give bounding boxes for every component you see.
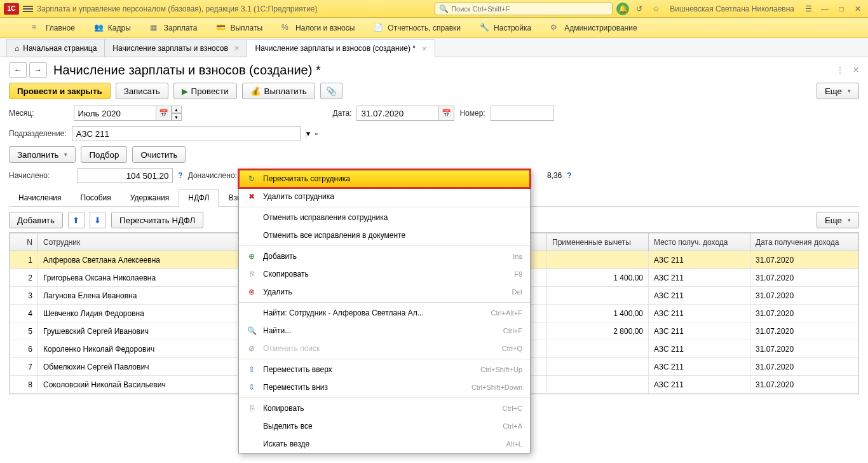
accrued-label: Начислено: — [9, 171, 50, 180]
menu-item[interactable]: ⎘ Копировать Ctrl+C — [239, 399, 530, 417]
nav-icon: ⚙ — [550, 23, 560, 33]
menu-item[interactable]: Выделить все Ctrl+A — [239, 417, 530, 435]
inner-tab-Пособия[interactable]: Пособия — [71, 189, 121, 207]
grid-more-button[interactable]: Еще — [817, 212, 859, 228]
menu-item: ⊘ Отменить поиск Ctrl+Q — [239, 340, 530, 357]
tab-close-icon[interactable]: × — [234, 43, 240, 53]
document-tab[interactable]: Начисление зарплаты и взносов× — [104, 39, 247, 57]
menu-item-shortcut: Ctrl+Shift+Down — [471, 384, 522, 391]
fill-button[interactable]: Заполнить — [9, 146, 76, 163]
maximize-icon[interactable]: □ — [835, 3, 848, 15]
favorites-icon[interactable]: ☆ — [649, 3, 662, 15]
menu-item-icon — [247, 230, 257, 240]
menu-item[interactable]: Отменить исправления сотрудника — [239, 209, 530, 226]
current-user[interactable]: Вишневская Светлана Николаевна — [666, 4, 798, 13]
notifications-icon[interactable]: 🔔 — [616, 3, 629, 15]
menu-item-label: Отменить поиск — [263, 344, 496, 353]
menu-item[interactable]: ⇩ Переместить вниз Ctrl+Shift+Down — [239, 378, 530, 396]
menu-item[interactable]: Искать везде Alt+L — [239, 435, 530, 453]
dept-dropdown-icon[interactable]: ▾ — [306, 129, 310, 138]
pay-button[interactable]: 💰Выплатить — [242, 83, 315, 99]
dept-input[interactable] — [72, 126, 301, 141]
number-label: Номер: — [459, 109, 485, 118]
clear-button[interactable]: Очистить — [132, 146, 186, 163]
nav-item-Главное[interactable]: ≡Главное — [32, 23, 75, 33]
menu-item[interactable]: ✖ Удалить сотрудника — [239, 188, 530, 205]
col-header[interactable]: N — [10, 233, 38, 251]
nav-icon: ≡ — [32, 23, 42, 33]
menu-item[interactable]: ↻ Пересчитать сотрудника — [239, 170, 530, 188]
nav-forward-button[interactable]: → — [29, 62, 47, 78]
menu-item-shortcut: Ctrl+Shift+Up — [480, 366, 522, 373]
dept-label: Подразделение: — [9, 129, 67, 138]
close-window-icon[interactable]: ✕ — [851, 3, 864, 15]
date-calendar-icon[interactable]: 📅 — [439, 106, 454, 121]
menu-item-label: Удалить — [263, 287, 505, 296]
nav-item-Налоги и взносы[interactable]: %Налоги и взносы — [281, 23, 355, 33]
menu-item-label: Найти... — [263, 326, 497, 335]
dept-open-icon[interactable]: ▫ — [315, 129, 318, 138]
nav-item-Отчетность, справки[interactable]: 📄Отчетность, справки — [374, 23, 461, 33]
menu-item[interactable]: ⎘ Скопировать F9 — [239, 265, 530, 283]
post-and-close-button[interactable]: Провести и закрыть — [9, 83, 111, 99]
col-header[interactable]: Дата получения дохода — [750, 233, 858, 251]
nav-icon: ▦ — [150, 23, 160, 33]
search-input[interactable] — [451, 5, 608, 13]
global-search[interactable]: 🔍 — [435, 3, 613, 15]
inner-tab-Удержания[interactable]: Удержания — [121, 189, 179, 207]
number-input[interactable] — [491, 106, 554, 121]
month-input[interactable] — [74, 106, 156, 121]
page-close-icon[interactable]: ✕ — [853, 66, 859, 74]
menu-item-icon: ✖ — [247, 191, 257, 202]
menu-item[interactable]: Найти: Сотрудник - Алферова Светлана Ал.… — [239, 304, 530, 322]
menu-item[interactable]: ⇧ Переместить вверх Ctrl+Shift+Up — [239, 361, 530, 378]
month-down-icon[interactable]: ▼ — [172, 113, 182, 121]
history-icon[interactable]: ↺ — [633, 3, 646, 15]
nav-hamburger-icon[interactable] — [6, 24, 17, 32]
col-header[interactable]: Место получ. дохода — [649, 233, 750, 251]
document-tab[interactable]: ⌂Начальная страница — [6, 39, 105, 57]
move-up-button[interactable]: ⬆ — [68, 212, 85, 228]
menu-item-shortcut: Ctrl+F — [503, 327, 522, 335]
inner-tab-НДФЛ[interactable]: НДФЛ — [179, 189, 219, 207]
menu-item[interactable]: Отменить все исправления в документе — [239, 226, 530, 244]
accrued-help-icon[interactable]: ? — [178, 171, 182, 180]
date-input[interactable] — [356, 106, 439, 121]
nav-item-Администрирование[interactable]: ⚙Администрирование — [550, 23, 637, 33]
inner-tab-Начисления[interactable]: Начисления — [9, 189, 71, 207]
document-tab[interactable]: Начисление зарплаты и взносов (создание)… — [247, 39, 435, 57]
post-icon: ▶ — [182, 86, 188, 96]
settings-lines-icon[interactable]: ☰ — [802, 3, 815, 15]
month-up-icon[interactable]: ▲ — [172, 106, 182, 113]
page-menu-icon[interactable]: ⋮ — [836, 66, 844, 74]
menu-item[interactable]: 🔍 Найти... Ctrl+F — [239, 322, 530, 340]
select-button[interactable]: Подбор — [81, 146, 127, 163]
nav-item-Кадры[interactable]: 👥Кадры — [94, 23, 131, 33]
paperclip-icon: 📎 — [326, 86, 337, 96]
tab-close-icon[interactable]: × — [422, 44, 427, 53]
attach-button[interactable]: 📎 — [320, 83, 342, 99]
post-button[interactable]: ▶Провести — [173, 83, 237, 99]
nav-item-Настройка[interactable]: 🔧Настройка — [480, 23, 531, 33]
menu-item[interactable]: ⊕ Добавить Ins — [239, 247, 530, 265]
nav-back-button[interactable]: ← — [9, 62, 27, 78]
menu-item-shortcut: Ins — [513, 252, 522, 260]
move-down-button[interactable]: ⬇ — [90, 212, 106, 228]
menu-separator — [239, 245, 530, 246]
extra-help-icon[interactable]: ? — [567, 171, 571, 180]
more-button[interactable]: Еще — [817, 83, 859, 99]
recalc-ndfl-button[interactable]: Пересчитать НДФЛ — [111, 212, 203, 228]
save-button[interactable]: Записать — [116, 83, 168, 99]
nav-item-Зарплата[interactable]: ▦Зарплата — [150, 23, 198, 33]
nav-item-Выплаты[interactable]: 💳Выплаты — [216, 23, 262, 33]
menu-item-label: Отменить исправления сотрудника — [263, 213, 516, 222]
month-calendar-icon[interactable]: 📅 — [156, 106, 172, 121]
extra-label: Доначислено: — [188, 171, 237, 180]
menu-item[interactable]: ⊗ Удалить Del — [239, 283, 530, 301]
add-row-button[interactable]: Добавить — [9, 212, 63, 228]
minimize-icon[interactable]: — — [818, 3, 831, 15]
menu-item-label: Отменить все исправления в документе — [263, 231, 516, 240]
date-label: Дата: — [333, 109, 352, 118]
hamburger-icon[interactable] — [23, 4, 33, 14]
col-header[interactable]: Примененные вычеты — [547, 233, 649, 251]
